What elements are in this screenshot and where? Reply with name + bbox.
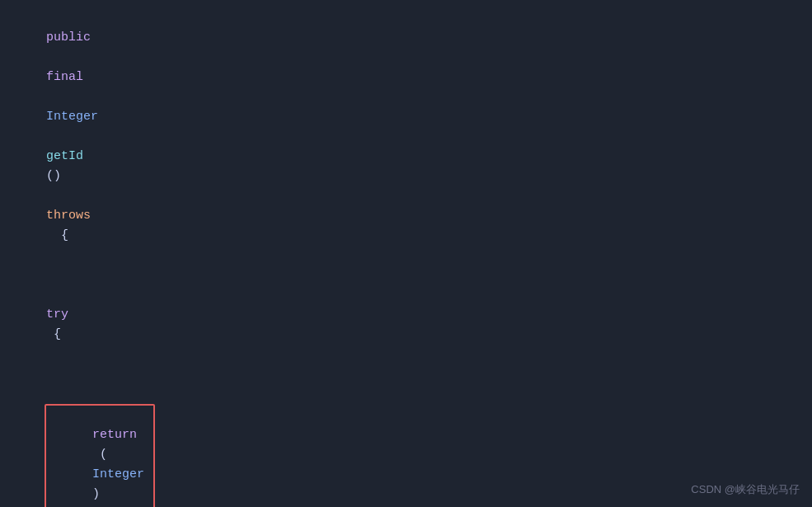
- throws-keyword-1: throws: [46, 209, 91, 223]
- method-getId: getId: [46, 149, 83, 163]
- highlight-return-1: return ( Integer ) super.h. invoke ( pro…: [45, 404, 155, 507]
- line-try-1: try {: [16, 265, 796, 364]
- type-integer: Integer: [46, 110, 98, 124]
- line-return-1: return ( Integer ) super.h. invoke ( pro…: [16, 364, 796, 507]
- watermark: CSDN @峡谷电光马仔: [691, 481, 800, 499]
- keyword-final: final: [46, 70, 83, 84]
- keyword-public: public: [46, 31, 91, 45]
- code-container: public final Integer getId () throws { t…: [0, 0, 812, 507]
- line-1: public final Integer getId () throws {: [16, 8, 796, 265]
